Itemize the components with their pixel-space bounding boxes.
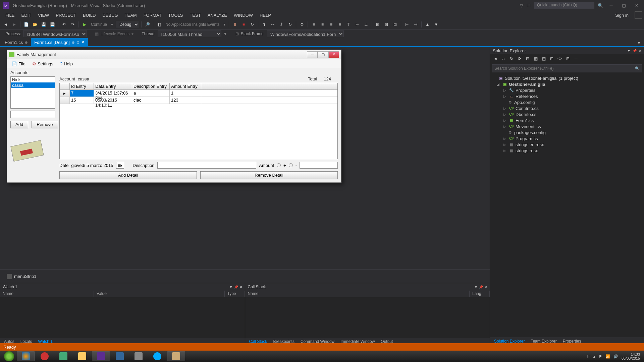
taskbar-visualstudio[interactable] [92, 351, 110, 361]
filter-icon[interactable]: ▼ [223, 32, 227, 36]
tree-file[interactable]: ▷ C# Program.cs [490, 135, 644, 141]
tool-icon[interactable]: ⚙ [298, 21, 306, 28]
menu-file[interactable]: FILE [2, 11, 18, 19]
entries-grid[interactable]: Id Entry Data Entry Description Entry Am… [59, 83, 338, 159]
sol-back-icon[interactable]: ◄ [492, 55, 499, 62]
col-data[interactable]: Data Entry [94, 83, 132, 89]
callstack-body[interactable] [245, 297, 490, 338]
tray-arrow-icon[interactable]: ▴ [593, 354, 595, 359]
continue-icon[interactable]: ▶ [81, 21, 88, 28]
menu-analyze[interactable]: ANALYZE [204, 11, 230, 19]
form-menu-help[interactable]: ? Help [57, 60, 76, 67]
taskbar-opera[interactable] [36, 351, 54, 361]
notification-icon[interactable]: ▽ [520, 3, 523, 8]
form-minimize-button[interactable]: ─ [307, 51, 318, 58]
taskbar-app3[interactable] [129, 351, 148, 361]
sol-collapse-icon[interactable]: ⊟ [524, 55, 531, 62]
menu-view[interactable]: VIEW [35, 11, 52, 19]
preview-icon[interactable]: ⊡ [76, 41, 79, 44]
tab-form1-cs[interactable]: Form1.cs ⊕ [1, 38, 31, 46]
clock[interactable]: 14:33 05/03/2015 [622, 352, 640, 360]
description-input[interactable] [157, 162, 257, 169]
remove-detail-button[interactable]: Remove Detail [200, 171, 338, 179]
tray-volume-icon[interactable]: 🔊 [613, 354, 618, 359]
close-tab-icon[interactable]: ✕ [81, 40, 85, 45]
send-back-icon[interactable]: ▼ [432, 21, 440, 28]
process-combo[interactable]: [10984] WindowsFormsApplication [23, 31, 87, 37]
align-left-icon[interactable]: ≡ [319, 21, 326, 28]
avatar-icon[interactable] [635, 11, 642, 19]
pin-icon[interactable]: ⊕ [25, 41, 28, 44]
menu-test[interactable]: TEST [186, 11, 204, 19]
sol-showall-icon[interactable]: ▦ [532, 55, 539, 62]
sol-preview-icon[interactable]: ⊡ [548, 55, 555, 62]
taskbar-firefox[interactable] [17, 351, 35, 361]
save-all-icon[interactable]: 💾 [49, 21, 56, 28]
undo-icon[interactable]: ↶ [60, 21, 68, 28]
panel-pin-icon[interactable]: 📌 [633, 49, 637, 53]
menu-window[interactable]: WINDOW [230, 11, 256, 19]
account-name-input[interactable] [10, 111, 55, 118]
list-item-selected[interactable]: cassa [11, 82, 55, 88]
tree-properties[interactable]: ▷ 🔧 Properties [490, 87, 644, 93]
sol-properties-icon[interactable]: ▤ [540, 55, 547, 62]
sol-min-icon[interactable]: ─ [573, 55, 579, 62]
redo-icon[interactable]: ↷ [69, 21, 76, 28]
taskbar-app4[interactable] [167, 351, 185, 361]
menu-help[interactable]: HELP [256, 11, 274, 19]
col-id[interactable]: Id Entry [70, 83, 94, 89]
tree-file[interactable]: ▷ C# DboInfo.cs [490, 111, 644, 117]
panel-close-icon[interactable]: ✕ [239, 285, 242, 289]
tree-file[interactable]: ▷ C# Movimenti.cs [490, 123, 644, 129]
tree-appconfig[interactable]: ⚙ App.config [490, 99, 644, 105]
tree-solution[interactable]: ▣ Solution 'GestioneFamiglia' (1 project… [490, 75, 644, 81]
thread-combo[interactable]: [10056] Main Thread [158, 31, 221, 37]
taskbar-app2[interactable] [111, 351, 129, 361]
align-center-icon[interactable]: ≡ [327, 21, 335, 28]
menu-team[interactable]: TEAM [121, 11, 140, 19]
tray-flag-icon[interactable]: ⚑ [599, 354, 602, 359]
stack-combo[interactable]: WindowsFormsApplication1.Form1.Calco [267, 31, 344, 37]
bring-front-icon[interactable]: ▲ [424, 21, 431, 28]
pin-icon[interactable]: ⊕ [72, 41, 74, 44]
insights-icon[interactable]: ◧ [155, 21, 163, 28]
plus-radio[interactable] [277, 163, 281, 167]
sol-toggle-icon[interactable]: ⊞ [565, 55, 571, 62]
nav-fwd-icon[interactable]: ► [11, 21, 18, 28]
lifecycle-icon[interactable]: ▦ [95, 32, 99, 36]
taskbar-app[interactable] [54, 351, 72, 361]
nav-back-icon[interactable]: ◄ [2, 21, 9, 28]
amount-input[interactable] [300, 162, 338, 169]
search-icon[interactable]: 🔍 [598, 3, 603, 8]
col-value[interactable]: Value [94, 291, 225, 297]
sol-refresh-icon[interactable]: ⟳ [516, 55, 523, 62]
save-icon[interactable]: 💾 [40, 21, 47, 28]
panel-close-icon[interactable]: ✕ [639, 49, 641, 53]
quick-launch-input[interactable]: Quick Launch (Ctrl+Q) [534, 2, 594, 9]
watch-body[interactable] [0, 297, 245, 338]
panel-pin-icon[interactable]: 📌 [234, 285, 238, 289]
form-close-button[interactable]: ✕ [328, 51, 339, 58]
align-top-icon[interactable]: ⊤ [345, 21, 352, 28]
tree-references[interactable]: ▷ ▭ References [490, 93, 644, 99]
sol-view-icon[interactable]: <> [556, 55, 563, 62]
tray-lang-icon[interactable]: IT [587, 354, 590, 358]
col-amount[interactable]: Amount Entry [170, 83, 201, 89]
restart-icon[interactable]: ↻ [249, 21, 256, 28]
panel-pin-icon[interactable]: 📌 [479, 285, 483, 289]
menu-debug[interactable]: DEBUG [99, 11, 121, 19]
sol-home-icon[interactable]: ⌂ [500, 55, 507, 62]
spacing-icon[interactable]: ⊢ [403, 21, 411, 28]
config-combo[interactable]: Debug [116, 21, 139, 28]
col-name[interactable]: Name [0, 291, 94, 297]
date-value[interactable]: giovedì 5 marzo 2015 [71, 163, 113, 168]
form-menu-settings[interactable]: ⚙ Settings [29, 60, 57, 67]
tray-network-icon[interactable]: 📶 [605, 354, 610, 359]
insights-label[interactable]: No Application Insights Events [164, 22, 221, 27]
panel-dropdown-icon[interactable]: ▼ [229, 285, 233, 289]
stop-icon[interactable]: ■ [240, 21, 247, 28]
tab-form1-design[interactable]: Form1.cs [Design] ⊕ ⊡ ✕ [31, 38, 88, 46]
designer-form[interactable]: Family Management ─ ▢ ✕ 📄 File ⚙ Setting… [7, 50, 341, 183]
start-button[interactable] [4, 351, 14, 361]
tree-file[interactable]: ▷ ▦ Form1.cs [490, 117, 644, 123]
